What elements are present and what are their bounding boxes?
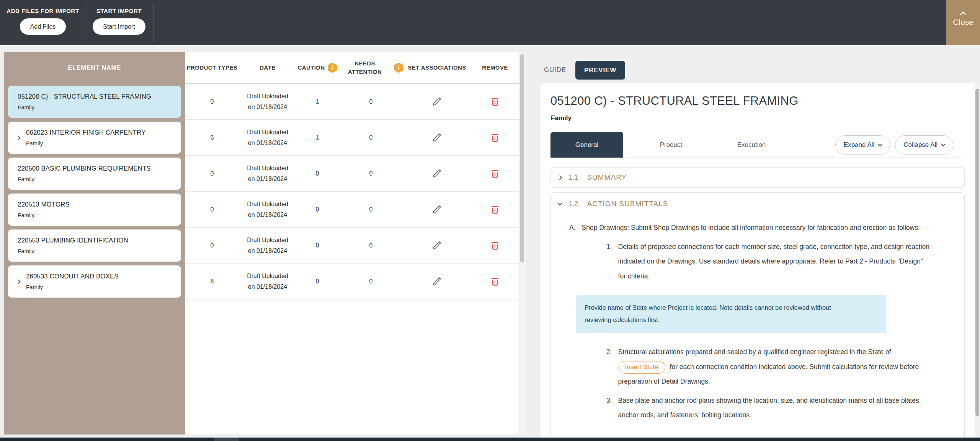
spec-subitem-2: 2. Structural calculations prepared and … (606, 345, 953, 389)
element-name-cell: 062023 INTERIOR FINISH CARPENTRY Family (4, 120, 185, 156)
insert-state-chip[interactable]: Insert State (618, 361, 665, 374)
chevron-down-icon (878, 142, 882, 146)
subitem-label: 3. (606, 393, 612, 423)
trash-icon (490, 132, 500, 143)
date-line2: on 01/18/2024 (248, 102, 287, 112)
table-row: 260533 CONDUIT AND BOXES Family 8 Draft … (4, 264, 519, 299)
caution-value: 0 (296, 156, 338, 192)
product-types-value: 8 (185, 264, 239, 299)
subitem-text: Structural calculations prepared and sea… (618, 345, 931, 389)
pencil-icon (432, 132, 442, 143)
tab-execution[interactable]: Execution (719, 132, 784, 158)
edit-associations-button[interactable] (429, 165, 446, 182)
tab-product[interactable]: Product (639, 132, 704, 158)
page-subtitle: Family (551, 114, 975, 122)
edit-associations-button[interactable] (429, 93, 446, 110)
trash-icon (490, 240, 500, 251)
needs-attention-value: 0 (338, 120, 403, 156)
element-card-260533[interactable]: 260533 CONDUIT AND BOXES Family (8, 265, 181, 298)
expand-all-button[interactable]: Expand All (835, 135, 890, 155)
trash-icon (490, 96, 500, 107)
date-line1: Draft Uploaded (247, 271, 288, 282)
remove-row-button[interactable] (487, 129, 503, 146)
edit-associations-button[interactable] (429, 273, 446, 290)
date-line2: on 01/18/2024 (248, 174, 287, 184)
date-value: Draft Uploaded on 01/18/2024 (239, 156, 296, 192)
trash-icon (490, 204, 500, 215)
info-hexagon-icon[interactable]: i (394, 63, 403, 73)
edit-associations-button[interactable] (429, 129, 446, 146)
element-card-051200[interactable]: 051200 C) - STRUCTURAL STEEL FRAMING Fam… (8, 86, 181, 118)
product-types-value: 6 (185, 120, 239, 156)
caution-label: CAUTION (297, 63, 325, 72)
column-header-needs-attention: NEEDS ATTENTION i (338, 52, 403, 84)
caution-value: 0 (296, 264, 338, 299)
remove-row-button[interactable] (487, 165, 503, 182)
element-name: 051200 C) - STRUCTURAL STEEL FRAMING (18, 93, 151, 101)
add-files-button[interactable]: Add Files (20, 18, 66, 35)
section-number: 1.1 (568, 173, 578, 182)
preview-scrollbar-thumb[interactable] (975, 89, 979, 416)
spec-paragraph-a: A. Shop Drawings: Submit Shop Drawings t… (569, 220, 953, 235)
element-name: 220500 BASIC PLUMBING REQUIREMENTS (18, 165, 151, 172)
table-row: 062023 INTERIOR FINISH CARPENTRY Family … (4, 120, 519, 156)
import-elements-table: ELEMENT NAME PRODUCT TYPES DATE CAUTION … (3, 52, 525, 435)
tab-guide[interactable]: GUIDE (544, 61, 566, 79)
caution-value: 0 (296, 228, 338, 264)
element-type: Family (18, 212, 70, 218)
date-line1: Draft Uploaded (247, 163, 288, 174)
date-value: Draft Uploaded on 01/18/2024 (239, 264, 296, 299)
page-title: 051200 C) - STRUCTURAL STEEL FRAMING (550, 94, 975, 108)
table-scrollbar-thumb[interactable] (520, 54, 524, 262)
column-header-caution: CAUTION i (296, 52, 338, 84)
add-files-section: ADD FILES FOR IMPORT Add Files (9, 0, 77, 45)
pencil-icon (432, 240, 442, 251)
collapse-all-button[interactable]: Collapse All (895, 135, 953, 155)
remove-row-button[interactable] (487, 273, 503, 290)
remove-row-button[interactable] (487, 237, 503, 254)
table-scrollbar[interactable] (519, 52, 525, 434)
table-row: 051200 C) - STRUCTURAL STEEL FRAMING Fam… (4, 84, 519, 120)
remove-row-button[interactable] (487, 201, 503, 218)
close-button[interactable]: Close (946, 0, 980, 45)
close-button-label: Close (953, 18, 973, 27)
bottom-scrollbar-thumb[interactable] (214, 438, 239, 441)
pencil-icon (432, 168, 442, 179)
date-value: Draft Uploaded on 01/18/2024 (239, 192, 296, 228)
element-type: Family (26, 140, 145, 146)
element-card-220500[interactable]: 220500 BASIC PLUMBING REQUIREMENTS Famil… (8, 158, 181, 190)
edit-associations-button[interactable] (429, 201, 446, 218)
element-card-220513[interactable]: 220513 MOTORS Family (8, 194, 181, 226)
remove-row-button[interactable] (487, 93, 503, 110)
element-type: Family (18, 248, 128, 254)
element-card-220553[interactable]: 220553 PLUMBING IDENTIFICATION Family (8, 229, 181, 262)
caution-count-link[interactable]: 1 (316, 134, 319, 141)
subitem-label: 1. (606, 239, 612, 284)
date-line1: Draft Uploaded (247, 199, 288, 210)
start-import-button[interactable]: Start Import (93, 18, 145, 35)
tab-general[interactable]: General (550, 132, 623, 158)
subitem-text-pre: Structural calculations prepared and sea… (618, 348, 891, 356)
bottom-scrollbar[interactable] (0, 438, 980, 441)
needs-attention-value: 0 (338, 84, 403, 120)
start-import-section: START IMPORT Start Import (93, 0, 145, 45)
table-row: 220513 MOTORS Family 0 Draft Uploaded on… (4, 192, 519, 228)
section-1-2-header[interactable]: 1.2 ACTION SUBMITTALS (551, 193, 964, 215)
column-header-remove: REMOVE (470, 52, 519, 84)
element-card-062023[interactable]: 062023 INTERIOR FINISH CARPENTRY Family (8, 122, 181, 154)
section-tabbar: General Product Execution Expand All Col… (550, 132, 965, 158)
subitem-text: Details of proposed connections for each… (618, 239, 931, 284)
caution-count-link[interactable]: 1 (316, 98, 319, 105)
element-name-cell: 220500 BASIC PLUMBING REQUIREMENTS Famil… (4, 156, 185, 192)
table-filler-row (4, 299, 519, 434)
expand-all-label: Expand All (844, 141, 874, 149)
section-1-1-header[interactable]: 1.1 SUMMARY (551, 168, 964, 187)
caution-value: 0 (296, 192, 338, 228)
element-name: 220513 MOTORS (18, 201, 70, 208)
edit-associations-button[interactable] (429, 237, 446, 254)
info-hexagon-icon[interactable]: i (328, 63, 337, 73)
trash-icon (490, 168, 500, 179)
preview-scrollbar[interactable] (975, 83, 980, 438)
spec-subitem-1: 1. Details of proposed connections for e… (606, 239, 953, 284)
tab-preview[interactable]: PREVIEW (575, 61, 625, 80)
